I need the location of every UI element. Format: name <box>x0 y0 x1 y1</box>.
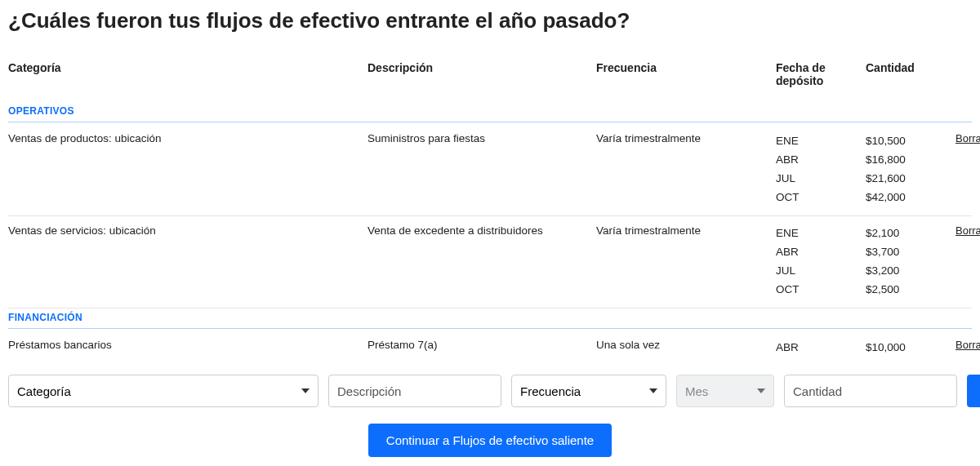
cell-description: Préstamo 7(a) <box>368 339 596 351</box>
cell-amounts: $2,100$3,700$3,200$2,500 <box>866 224 956 300</box>
deposit-amount: $42,000 <box>866 189 956 207</box>
table-row: Ventas de productos: ubicaciónSuministro… <box>8 124 972 216</box>
cell-deposit-dates: ABR <box>776 339 866 357</box>
table-row: Ventas de servicios: ubicaciónVenta de e… <box>8 216 972 308</box>
col-header-deposit-date: Fecha de depósito <box>776 61 866 87</box>
cell-frequency: Una sola vez <box>596 339 776 351</box>
cell-frequency: Varía trimestralmente <box>596 224 776 237</box>
group-header: OPERATIVOS <box>8 102 972 122</box>
cell-deposit-dates: ENEABRJULOCT <box>776 224 866 300</box>
table-header-row: Categoría Descripción Frecuencia Fecha d… <box>8 56 972 102</box>
deposit-month: JUL <box>776 262 866 281</box>
deposit-amount: $3,700 <box>866 243 956 262</box>
delete-label: Borrar <box>956 224 980 237</box>
cell-amount-actions: $2,100$3,700$3,200$2,500BorrarEditar <box>866 224 980 300</box>
group-divider <box>8 328 972 329</box>
deposit-month: JUL <box>776 170 866 189</box>
delete-link[interactable]: Borrar <box>956 224 980 237</box>
delete-label: Borrar <box>956 339 980 351</box>
col-header-description: Descripción <box>368 61 596 87</box>
deposit-month: ABR <box>776 339 866 357</box>
group-header: FINANCIACIÓN <box>8 308 972 328</box>
row-actions: BorrarEditar <box>956 339 980 351</box>
col-header-frequency: Frecuencia <box>596 61 776 87</box>
frequency-select[interactable]: Frecuencia <box>511 375 666 407</box>
cell-description: Venta de excedente a distribuidores <box>368 224 596 237</box>
deposit-month: OCT <box>776 281 866 300</box>
cell-amounts: $10,000 <box>866 339 956 357</box>
deposit-amount: $16,800 <box>866 151 956 170</box>
deposit-amount: $10,500 <box>866 132 956 151</box>
add-button[interactable]: Agregar <box>967 375 980 407</box>
deposit-amount: $2,500 <box>866 281 956 300</box>
deposit-amount: $10,000 <box>866 339 956 357</box>
description-input[interactable] <box>328 375 501 407</box>
cell-category: Ventas de servicios: ubicación <box>8 224 368 237</box>
col-header-amount: Cantidad <box>866 61 964 87</box>
deposit-amount: $21,600 <box>866 170 956 189</box>
deposit-month: ENE <box>776 132 866 151</box>
category-select[interactable]: Categoría <box>8 375 318 407</box>
row-actions: BorrarEditar <box>956 224 980 237</box>
cashflow-table: Categoría Descripción Frecuencia Fecha d… <box>8 56 972 365</box>
cell-amount-actions: $10,500$16,800$21,600$42,000BorrarEditar <box>866 132 980 207</box>
delete-link[interactable]: Borrar <box>956 132 980 144</box>
amount-input[interactable] <box>784 375 957 407</box>
cell-deposit-dates: ENEABRJULOCT <box>776 132 866 207</box>
cell-amount-actions: $10,000BorrarEditar <box>866 339 980 357</box>
table-row: Préstamos bancariosPréstamo 7(a)Una sola… <box>8 331 972 366</box>
cell-category: Ventas de productos: ubicación <box>8 132 368 144</box>
page-title: ¿Cuáles fueron tus flujos de efectivo en… <box>8 8 972 33</box>
deposit-amount: $2,100 <box>866 224 956 243</box>
col-header-category: Categoría <box>8 61 368 87</box>
cell-description: Suministros para fiestas <box>368 132 596 144</box>
group-divider <box>8 122 972 122</box>
delete-link[interactable]: Borrar <box>956 339 980 351</box>
deposit-month: ENE <box>776 224 866 243</box>
cell-amounts: $10,500$16,800$21,600$42,000 <box>866 132 956 207</box>
cell-category: Préstamos bancarios <box>8 339 368 351</box>
delete-label: Borrar <box>956 132 980 144</box>
deposit-month: ABR <box>776 243 866 262</box>
cell-frequency: Varía trimestralmente <box>596 132 776 144</box>
row-actions: BorrarEditar <box>956 132 980 144</box>
deposit-month: OCT <box>776 189 866 207</box>
continue-button[interactable]: Continuar a Flujos de efectivo saliente <box>368 424 612 457</box>
deposit-amount: $3,200 <box>866 262 956 281</box>
deposit-month: ABR <box>776 151 866 170</box>
month-select[interactable]: Mes <box>676 375 774 407</box>
new-entry-form: Categoría Frecuencia Mes Agregar <box>8 375 972 407</box>
